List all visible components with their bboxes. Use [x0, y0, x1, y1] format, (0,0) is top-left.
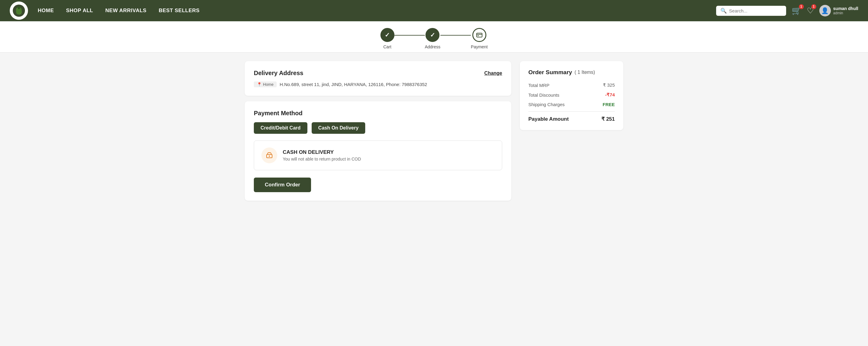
summary-row-shipping: Shipping Charges FREE [528, 102, 615, 107]
address-text: H.No.689, street 11, jind, JIND, HARYANA… [280, 82, 427, 87]
svg-rect-6 [477, 35, 479, 36]
left-panel: Delivery Address Change 📍 Home H.No.689,… [245, 61, 511, 201]
payment-title: Payment Method [254, 110, 502, 117]
search-input[interactable] [729, 8, 782, 13]
order-summary: Order Summary ( 1 Items) Total MRP ₹ 325… [520, 61, 623, 130]
user-role: admin [833, 11, 858, 15]
search-icon: 🔍 [720, 8, 727, 14]
nav-links: HOME SHOP ALL NEW ARRIVALS BEST SELLERS [38, 8, 716, 14]
step-line-1 [395, 35, 425, 36]
cart-badge: 1 [799, 4, 804, 9]
order-summary-header: Order Summary ( 1 Items) [528, 69, 615, 76]
payable-value: ₹ 251 [601, 116, 615, 122]
cart-button[interactable]: 🛒 1 [792, 6, 801, 15]
step-cart: ✓ Cart [380, 28, 395, 49]
stepper-container: ✓ Cart ✓ Address Payment [0, 21, 868, 53]
delivery-header: Delivery Address Change [254, 70, 502, 77]
step-payment-label: Payment [471, 44, 488, 49]
svg-rect-4 [476, 33, 482, 37]
step-payment-circle [472, 28, 486, 42]
svg-point-7 [265, 151, 274, 160]
shipping-label: Shipping Charges [528, 102, 564, 107]
summary-divider [528, 111, 615, 112]
nav-home[interactable]: HOME [38, 8, 54, 14]
discount-value: -₹74 [605, 92, 615, 98]
mrp-label: Total MRP [528, 83, 549, 88]
cod-info-box: CASH ON DELIVERY You will not able to re… [254, 140, 502, 170]
step-line-2 [440, 35, 471, 36]
step-address-circle: ✓ [426, 28, 439, 42]
navbar-right: 🔍 🛒 1 ♡ 1 👤 suman dhull admin [716, 5, 858, 16]
step-cart-circle: ✓ [380, 28, 395, 42]
nav-best-sellers[interactable]: BEST SELLERS [159, 8, 199, 14]
user-info: 👤 suman dhull admin [819, 5, 858, 16]
delivery-address-card: Delivery Address Change 📍 Home H.No.689,… [245, 61, 511, 96]
summary-row-discount: Total Discounts -₹74 [528, 92, 615, 98]
step-address: ✓ Address [425, 28, 440, 49]
discount-label: Total Discounts [528, 93, 559, 98]
wishlist-button[interactable]: ♡ 1 [807, 6, 814, 15]
main-content: Delivery Address Change 📍 Home H.No.689,… [236, 61, 632, 201]
payment-method-card: Payment Method Credit/Debit Card Cash On… [245, 101, 511, 201]
wishlist-badge: 1 [811, 4, 816, 9]
user-name: suman dhull [833, 6, 858, 11]
mrp-value: ₹ 325 [603, 82, 615, 88]
address-row: 📍 Home H.No.689, street 11, jind, JIND, … [254, 81, 502, 87]
search-bar[interactable]: 🔍 [716, 6, 786, 16]
cod-text-title: CASH ON DELIVERY [283, 149, 361, 155]
items-count: ( 1 Items) [575, 70, 595, 75]
user-details: suman dhull admin [833, 6, 858, 15]
cod-button[interactable]: Cash On Delivery [312, 122, 366, 134]
summary-row-total: Payable Amount ₹ 251 [528, 116, 615, 122]
nav-shop-all[interactable]: SHOP ALL [66, 8, 93, 14]
step-payment: Payment [471, 28, 488, 49]
cod-text-sub: You will not able to return product in C… [283, 157, 361, 162]
navbar: HOME SHOP ALL NEW ARRIVALS BEST SELLERS … [0, 0, 868, 21]
summary-row-mrp: Total MRP ₹ 325 [528, 82, 615, 88]
confirm-order-button[interactable]: Confirm Order [254, 178, 311, 192]
cod-text: CASH ON DELIVERY You will not able to re… [283, 149, 361, 162]
payable-label: Payable Amount [528, 116, 569, 122]
stepper: ✓ Cart ✓ Address Payment [380, 28, 488, 49]
step-address-label: Address [425, 44, 440, 49]
address-tag-label: Home [263, 82, 274, 86]
change-address-button[interactable]: Change [484, 71, 502, 76]
order-summary-title: Order Summary [528, 69, 572, 76]
shipping-value: FREE [602, 102, 615, 107]
cod-icon [261, 147, 277, 163]
svg-point-9 [269, 156, 270, 157]
payment-buttons: Credit/Debit Card Cash On Delivery [254, 122, 502, 134]
pin-icon: 📍 [257, 82, 262, 86]
svg-point-3 [18, 7, 20, 9]
nav-new-arrivals[interactable]: NEW ARRIVALS [105, 8, 146, 14]
avatar: 👤 [819, 5, 831, 16]
order-summary-card: Order Summary ( 1 Items) Total MRP ₹ 325… [520, 61, 623, 130]
step-cart-label: Cart [383, 44, 391, 49]
address-tag: 📍 Home [254, 81, 277, 87]
credit-card-button[interactable]: Credit/Debit Card [254, 122, 307, 134]
logo[interactable] [10, 2, 28, 20]
delivery-title: Delivery Address [254, 70, 304, 77]
